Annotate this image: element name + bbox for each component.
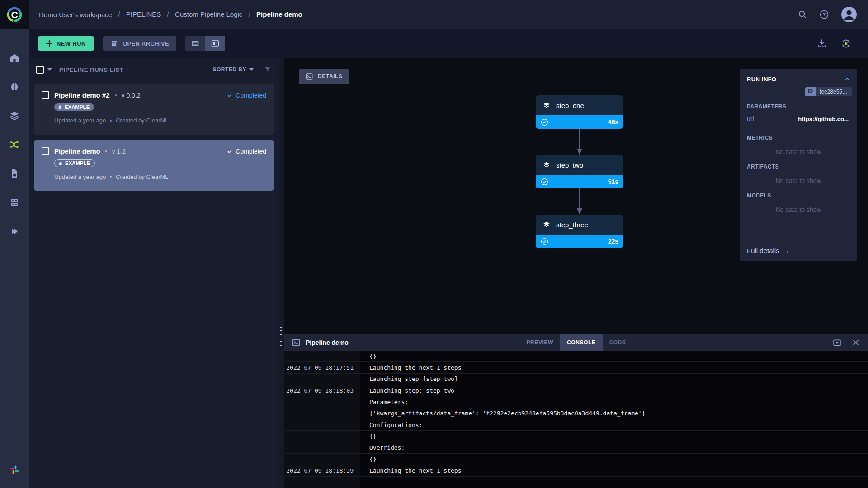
- log-row: 2022-07-09 18:18:03Launching step: step_…: [284, 385, 868, 396]
- auto-refresh-button[interactable]: [840, 38, 852, 49]
- run-checkbox[interactable]: [42, 147, 49, 155]
- filter-icon[interactable]: [264, 66, 272, 74]
- archive-icon: [110, 40, 118, 47]
- table-view-icon: [190, 38, 200, 48]
- full-details-label: Full details: [747, 247, 779, 254]
- check-icon: [227, 148, 233, 154]
- run-status-badge: Completed: [227, 148, 266, 155]
- breadcrumb-current: Pipeline demo: [242, 10, 302, 19]
- node-name: step_one: [556, 102, 584, 109]
- clearml-logo[interactable]: C: [0, 0, 29, 29]
- run-id-chip[interactable]: ID fee28e55…: [805, 87, 852, 96]
- nav-datasets[interactable]: [0, 101, 29, 130]
- metrics-empty-state: No data to show: [740, 143, 857, 158]
- top-bar: C Demo User's workspace PIPELINES Custom…: [0, 0, 868, 29]
- log-message: [360, 477, 369, 488]
- nav-slack[interactable]: [0, 455, 29, 484]
- runs-list-title: PIPELINE RUNS LIST: [59, 66, 123, 73]
- nav-projects[interactable]: [0, 72, 29, 101]
- pipelines-icon: [9, 139, 20, 150]
- select-dropdown-caret-icon[interactable]: [47, 68, 52, 71]
- node-duration: 22s: [608, 238, 618, 245]
- collapse-chevron-up-icon[interactable]: [844, 75, 851, 83]
- example-tag[interactable]: EXAMPLE: [54, 103, 94, 111]
- table-view-button[interactable]: [185, 36, 205, 51]
- console-actions: [832, 334, 860, 351]
- nav-pipelines[interactable]: [0, 130, 29, 159]
- svg-text:C: C: [11, 9, 18, 20]
- details-button[interactable]: DETAILS: [299, 69, 349, 84]
- console-log[interactable]: {} 2022-07-09 18:17:51Launching the next…: [284, 351, 868, 488]
- log-message: Launching the next 1 steps: [360, 465, 462, 476]
- check-circle-icon: [540, 178, 549, 186]
- nav-workers-queues[interactable]: [0, 188, 29, 217]
- dag-edge-arrow: [576, 129, 583, 155]
- log-message: Launching the next 1 steps: [360, 362, 462, 373]
- avatar-icon: [841, 6, 857, 23]
- log-timestamp: [284, 431, 360, 441]
- full-details-link[interactable]: Full details →: [740, 240, 857, 261]
- open-archive-label: OPEN ARCHIVE: [123, 40, 169, 47]
- user-avatar[interactable]: [841, 6, 857, 23]
- console-title-label: Pipeline demo: [306, 339, 349, 346]
- example-tag[interactable]: EXAMPLE: [54, 159, 95, 167]
- run-card-pipeline-demo-2[interactable]: Pipeline demo #2 v 0.0.2 Completed EXAMP…: [34, 84, 274, 135]
- run-checkbox[interactable]: [42, 91, 49, 99]
- run-name: Pipeline demo #2: [54, 91, 110, 99]
- dag-edge-arrow: [576, 188, 583, 215]
- panel-resize-handle[interactable]: [279, 58, 284, 488]
- log-timestamp: [284, 442, 360, 453]
- select-all-checkbox[interactable]: [36, 66, 44, 74]
- run-status-label: Completed: [236, 148, 266, 155]
- run-created-by: Created by ClearML: [116, 117, 168, 124]
- breadcrumb-pipelines[interactable]: PIPELINES: [112, 10, 161, 19]
- new-run-button[interactable]: NEW RUN: [38, 36, 94, 51]
- sorted-by-control[interactable]: SORTED BY: [212, 66, 254, 73]
- breadcrumb-workspace[interactable]: Demo User's workspace: [39, 11, 112, 19]
- dag-node-step-one[interactable]: step_one 48s: [536, 95, 623, 129]
- check-circle-icon: [540, 118, 549, 127]
- log-row: 2022-07-09 18:17:51Launching the next 1 …: [284, 362, 868, 373]
- popout-button[interactable]: [832, 338, 842, 347]
- log-row: Launching step [step_two]: [284, 374, 868, 385]
- console-panel: Pipeline demo PREVIEW CONSOLE CODE: [284, 334, 868, 488]
- nav-applications[interactable]: [0, 217, 29, 246]
- step-icon: [542, 160, 551, 169]
- breadcrumb-project[interactable]: Custom Pipeline Logic: [161, 10, 242, 19]
- view-toggle: [185, 36, 225, 51]
- home-icon: [9, 52, 20, 63]
- dag-node-step-two[interactable]: step_two 51s: [536, 155, 623, 188]
- log-timestamp: [284, 408, 360, 419]
- pipeline-runs-panel: PIPELINE RUNS LIST SORTED BY Pipeline de…: [29, 58, 279, 488]
- dot-separator: [110, 176, 112, 178]
- dot-separator: [110, 120, 112, 122]
- help-button[interactable]: ?: [819, 9, 829, 19]
- terminal-icon: [305, 72, 313, 80]
- tab-console[interactable]: CONSOLE: [560, 334, 603, 351]
- split-view-button[interactable]: [205, 36, 225, 51]
- log-timestamp: [284, 396, 360, 407]
- open-archive-button[interactable]: OPEN ARCHIVE: [103, 36, 176, 51]
- run-name: Pipeline demo: [54, 147, 100, 155]
- parameters-section-title: PARAMETERS: [740, 98, 857, 112]
- run-updated: Updated a year ago: [54, 117, 106, 124]
- log-row: {}: [284, 351, 868, 362]
- pipelines-toolbar: NEW RUN OPEN ARCHIVE: [29, 29, 868, 58]
- run-card-pipeline-demo[interactable]: Pipeline demo v 1.2 Completed EXAMPLE Up…: [34, 140, 274, 191]
- nav-reports[interactable]: [0, 159, 29, 188]
- breadcrumb: Demo User's workspace PIPELINES Custom P…: [39, 10, 302, 19]
- log-timestamp: 2022-07-09 18:17:51: [284, 362, 360, 373]
- node-duration: 51s: [608, 178, 618, 185]
- download-button[interactable]: [817, 38, 827, 48]
- close-button[interactable]: [852, 338, 860, 347]
- sorted-by-label: SORTED BY: [212, 66, 246, 73]
- dag-node-step-three[interactable]: step_three 22s: [536, 215, 623, 248]
- popout-icon: [832, 338, 842, 347]
- search-button[interactable]: [797, 9, 807, 19]
- tab-preview[interactable]: PREVIEW: [519, 334, 560, 351]
- artifacts-section-title: ARTIFACTS: [740, 158, 857, 172]
- arrow-right-icon: →: [783, 247, 790, 254]
- log-message: Parameters:: [360, 396, 408, 407]
- nav-dashboard[interactable]: [0, 43, 29, 72]
- tab-code[interactable]: CODE: [603, 334, 633, 351]
